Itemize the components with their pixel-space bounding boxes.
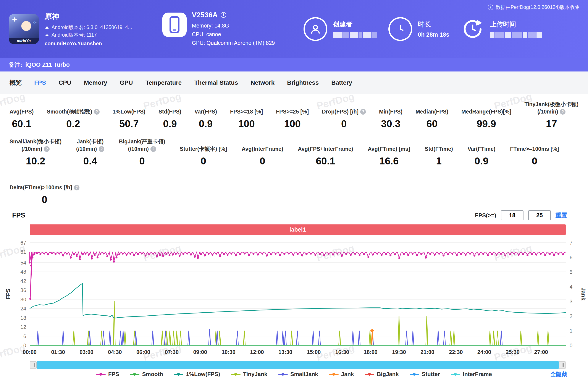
svg-text:18:00: 18:00	[364, 349, 378, 355]
scrollbar-left-handle[interactable]	[30, 361, 37, 369]
svg-text:67: 67	[20, 240, 26, 246]
fps-threshold-input-2[interactable]	[528, 210, 551, 220]
svg-text:24:00: 24:00	[477, 349, 491, 355]
stats-row-3: Delta(FTime)>100ms [/h]? 0	[10, 176, 578, 205]
chart-scrollbar[interactable]	[30, 361, 566, 369]
remark-bar: 备注: iQOO Z11 Turbo	[0, 58, 588, 71]
device-gpu: GPU: Qualcomm Adreno (TM) 829	[192, 39, 275, 47]
legend-marker-icon	[329, 374, 339, 375]
svg-text:30: 30	[20, 296, 26, 302]
svg-text:22:30: 22:30	[449, 349, 463, 355]
fps-chart-svg[interactable]: 06121824303642485461670123456700:0001:30…	[0, 235, 588, 358]
perfdog-report-page: miHoYo 原神 Android版本名: 6.3.0_41350619_4..…	[0, 0, 588, 383]
tab-memory[interactable]: Memory	[84, 79, 107, 86]
legend-marker-icon	[365, 374, 374, 375]
legend-item-TinyJank[interactable]: TinyJank	[231, 371, 267, 378]
device-info-block: V2536A i Memory: 14.8G CPU: canoe GPU: Q…	[162, 11, 292, 47]
svg-text:2: 2	[570, 313, 572, 319]
upload-time-block: 上传时间	[461, 17, 542, 41]
android-icon	[45, 31, 49, 39]
duration-label: 时长	[418, 20, 449, 29]
help-icon[interactable]: ?	[99, 146, 104, 152]
stat-drop-fps: Drop(FPS) [/h]? 0	[322, 100, 366, 130]
help-icon[interactable]: ?	[44, 146, 50, 152]
svg-text:6: 6	[23, 333, 26, 339]
stat-1pct-low: 1%Low(FPS) 50.7	[113, 100, 145, 130]
fps-threshold-input-1[interactable]	[501, 210, 524, 220]
stat-median-fps: Median(FPS) 60	[416, 100, 448, 130]
svg-text:04:30: 04:30	[108, 349, 122, 355]
stat-fps-ge-25: FPS>=25 [%] 100	[276, 100, 309, 130]
svg-text:16:30: 16:30	[335, 349, 349, 355]
legend-marker-icon	[96, 374, 106, 375]
scrollbar-track[interactable]	[37, 361, 559, 369]
legend-item-Jank[interactable]: Jank	[329, 371, 354, 378]
legend-marker-icon	[130, 374, 139, 375]
app-info-block: miHoYo 原神 Android版本名: 6.3.0_41350619_4..…	[9, 11, 146, 46]
help-icon[interactable]: ?	[560, 109, 566, 114]
fps-threshold-label: FPS(>=)	[475, 212, 496, 219]
tab-cpu[interactable]: CPU	[59, 79, 71, 86]
tab-network[interactable]: Network	[251, 79, 274, 86]
help-icon[interactable]: ?	[360, 109, 366, 114]
legend-item-FPS[interactable]: FPS	[96, 371, 119, 378]
stat-stutter: Stutter(卡顿率) [%] 0	[180, 137, 227, 167]
stat-jank: Jank(卡顿) (/10min)? 0.4	[76, 137, 104, 167]
tab-fps[interactable]: FPS	[34, 79, 46, 86]
svg-text:01:30: 01:30	[51, 349, 65, 355]
phone-icon	[169, 16, 179, 33]
help-icon[interactable]: ?	[94, 109, 100, 114]
svg-text:27:00: 27:00	[534, 349, 548, 355]
stat-std-fps: Std(FPS) 0.9	[158, 100, 181, 130]
legend-items: FPSSmooth1%Low(FPS)TinyJankSmallJankJank…	[96, 371, 492, 378]
fps-chart[interactable]: 06121824303642485461670123456700:0001:30…	[0, 235, 588, 359]
reset-link[interactable]: 重置	[556, 211, 567, 219]
android-version-code: Android版本号: 1117	[45, 31, 146, 39]
tab-thermal-status[interactable]: Thermal Status	[194, 79, 238, 86]
svg-text:54: 54	[20, 260, 26, 266]
svg-text:15:00: 15:00	[307, 349, 321, 355]
legend-item-1%Low(FPS)[interactable]: 1%Low(FPS)	[174, 371, 220, 378]
help-icon[interactable]: ?	[150, 146, 156, 152]
help-icon[interactable]: ?	[74, 185, 80, 190]
clock-icon	[388, 17, 412, 41]
svg-text:0: 0	[23, 342, 26, 348]
legend-item-BigJank[interactable]: BigJank	[365, 371, 399, 378]
svg-text:Jank: Jank	[580, 288, 587, 300]
svg-text:0: 0	[570, 342, 572, 348]
fps-section-header: FPS FPS(>=) 重置	[0, 209, 588, 221]
tab-overview[interactable]: 概览	[10, 79, 22, 87]
legend-item-InterFrame[interactable]: InterFrame	[451, 371, 492, 378]
stat-delta-ftime: Delta(FTime)>100ms [/h]? 0	[10, 176, 80, 205]
legend-marker-icon	[451, 374, 460, 375]
device-info-icon[interactable]: i	[221, 12, 226, 18]
device-details: V2536A i Memory: 14.8G CPU: canoe GPU: Q…	[192, 11, 275, 47]
stats-row-1: Avg(FPS) 60.1 Smooth(稳帧指数)? 0.2 1%Low(FP…	[10, 100, 578, 130]
creator-label: 创建者	[333, 20, 377, 29]
tab-brightness[interactable]: Brightness	[287, 79, 319, 86]
stat-var-ftime: Var(FTime) 0.9	[468, 137, 496, 167]
legend-item-SmallJank[interactable]: SmallJank	[278, 371, 318, 378]
hide-all-link[interactable]: 全隐藏	[550, 370, 567, 378]
remark-value: iQOO Z11 Turbo	[25, 62, 70, 68]
svg-text:10:30: 10:30	[222, 349, 235, 355]
tab-battery[interactable]: Battery	[331, 79, 352, 86]
creator-block: 创建者	[304, 17, 377, 41]
tab-gpu[interactable]: GPU	[120, 79, 133, 86]
device-memory: Memory: 14.8G	[192, 21, 275, 30]
legend-item-Stutter[interactable]: Stutter	[410, 371, 440, 378]
tab-temperature[interactable]: Temperature	[146, 79, 182, 86]
stat-fps-ge-18: FPS>=18 [%] 100	[230, 100, 263, 130]
stat-avg-fps: Avg(FPS) 60.1	[10, 100, 34, 130]
stat-ftime-ge-100ms: FTime>=100ms [%] 0	[510, 137, 559, 167]
info-icon: i	[488, 4, 493, 10]
app-details: 原神 Android版本名: 6.3.0_41350619_4... Andro…	[45, 11, 146, 46]
chart-legend: FPSSmooth1%Low(FPS)TinyJankSmallJankJank…	[0, 371, 588, 378]
legend-item-Smooth[interactable]: Smooth	[130, 371, 163, 378]
scrollbar-right-handle[interactable]	[559, 361, 566, 369]
duration-value: 0h 28m 18s	[418, 31, 449, 38]
app-icon: miHoYo	[9, 14, 39, 44]
svg-text:4: 4	[570, 284, 572, 290]
stats-row-2: SmallJank(微小卡顿) (/10min)? 10.2 Jank(卡顿) …	[10, 137, 578, 167]
creator-redacted-value	[333, 32, 377, 38]
